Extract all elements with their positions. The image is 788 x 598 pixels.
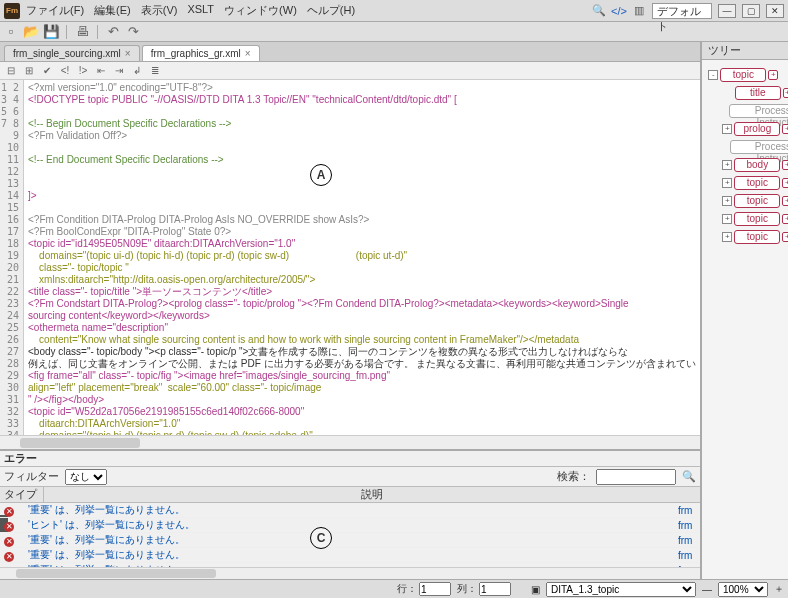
tree-node[interactable]: Processing InstructionFm Condend DITA-Pr…	[704, 138, 788, 156]
save-button[interactable]: 💾	[44, 25, 58, 39]
tree-title: ツリー	[708, 43, 741, 58]
tree-add-icon[interactable]: +	[782, 232, 788, 242]
tree-pi-label: Processing Instruction	[729, 104, 788, 118]
line-gutter: 1 2 3 4 5 6 7 8 9 10 11 12 13 14 15 16 1…	[0, 80, 24, 435]
menu-edit[interactable]: 編集(E)	[94, 3, 131, 18]
tree-node[interactable]: -topic+	[704, 66, 788, 84]
list-icon[interactable]: ≣	[148, 64, 162, 78]
tree-add-icon[interactable]: +	[782, 160, 788, 170]
filter-dropdown[interactable]: なし	[65, 469, 107, 485]
tree-node[interactable]: title+単一ソースコンテンツ	[704, 84, 788, 102]
menu-window[interactable]: ウィンドウ(W)	[224, 3, 297, 18]
tree-add-icon[interactable]: +	[768, 70, 778, 80]
tree-twisty[interactable]: +	[722, 178, 732, 188]
tree-node[interactable]: +body+	[704, 156, 788, 174]
tree-element-label: topic	[734, 212, 780, 226]
zoom-in-icon[interactable]: ＋	[774, 582, 784, 596]
code-editor[interactable]: 1 2 3 4 5 6 7 8 9 10 11 12 13 14 15 16 1…	[0, 80, 700, 435]
validate-icon[interactable]: ✔	[40, 64, 54, 78]
menu-view[interactable]: 表示(V)	[141, 3, 178, 18]
col-type[interactable]: タイプ	[0, 487, 44, 502]
menu-xslt[interactable]: XSLT	[187, 3, 214, 18]
menu-file[interactable]: ファイル(F)	[26, 3, 84, 18]
status-bar: 行： 列： ▣ DITA_1.3_topic — 100% ＋	[0, 579, 788, 598]
search-input[interactable]	[596, 469, 676, 485]
doctype-dropdown[interactable]: DITA_1.3_topic	[546, 582, 696, 597]
menu-help[interactable]: ヘルプ(H)	[307, 3, 355, 18]
tree-twisty[interactable]: +	[722, 160, 732, 170]
tree-header: ツリー ▾≡	[702, 42, 788, 60]
maximize-button[interactable]: ▢	[742, 4, 760, 18]
error-row[interactable]: ✕'ヒント' は、列挙一覧にありません。frm	[0, 518, 700, 533]
tree-element-label: topic	[734, 176, 780, 190]
col-description[interactable]: 説明	[44, 487, 700, 502]
workspace-dropdown[interactable]: デフォルト	[652, 3, 712, 19]
zoom-out-icon[interactable]: —	[702, 584, 712, 595]
error-message: '重要' は、列挙一覧にありません。	[18, 533, 670, 547]
print-button[interactable]: 🖶	[75, 25, 89, 39]
tab-frm-graphics[interactable]: frm_graphics_gr.xml ×	[142, 45, 260, 61]
close-button[interactable]: ✕	[766, 4, 784, 18]
tree-add-icon[interactable]: +	[782, 196, 788, 206]
tree-add-icon[interactable]: +	[783, 88, 788, 98]
tree-twisty[interactable]: +	[722, 214, 732, 224]
open-file-button[interactable]: 📂	[24, 25, 38, 39]
wrap-icon[interactable]: ↲	[130, 64, 144, 78]
close-icon[interactable]: ×	[125, 48, 131, 59]
col-input[interactable]	[479, 582, 511, 596]
tree-node[interactable]: +topic+	[704, 192, 788, 210]
search-icon[interactable]: 🔍	[682, 470, 696, 483]
layout-icon[interactable]: ▥	[632, 4, 646, 18]
tree-node[interactable]: +prolog+	[704, 120, 788, 138]
minimize-button[interactable]: —	[718, 4, 736, 18]
zoom-dropdown[interactable]: 100%	[718, 582, 768, 597]
comment-icon[interactable]: <!	[58, 64, 72, 78]
error-location: frm	[670, 550, 700, 561]
error-row[interactable]: ✕'重要' は、列挙一覧にありません。frm	[0, 548, 700, 563]
outdent-icon[interactable]: ⇤	[94, 64, 108, 78]
collapse-icon[interactable]: ⊟	[4, 64, 18, 78]
tree-twisty[interactable]: +	[722, 124, 732, 134]
main-split: frm_single_sourcing.xml × frm_graphics_g…	[0, 42, 788, 579]
close-icon[interactable]: ×	[245, 48, 251, 59]
error-columns: タイプ 説明	[0, 487, 700, 503]
tab-frm-single-sourcing[interactable]: frm_single_sourcing.xml ×	[4, 45, 140, 61]
tree-add-icon[interactable]: +	[782, 124, 788, 134]
error-horizontal-scrollbar[interactable]	[0, 567, 700, 579]
error-location: frm	[670, 520, 700, 531]
tree-node[interactable]: +topic+	[704, 174, 788, 192]
error-panel: エラー フィルター なし 検索： 🔍 タイプ 説明 C ✕'重要' は、列挙一覧…	[0, 449, 700, 579]
error-row[interactable]: ✕'重要' は、列挙一覧にありません。frm	[0, 503, 700, 518]
tree-twisty[interactable]: +	[722, 232, 732, 242]
error-filters: フィルター なし 検索： 🔍	[0, 467, 700, 487]
search-icon[interactable]: 🔍	[592, 4, 606, 18]
tree-element-label: topic	[734, 194, 780, 208]
tree-twisty[interactable]: -	[708, 70, 718, 80]
cube-icon[interactable]: ▣	[531, 584, 540, 595]
secondary-toolbar: ⊟ ⊞ ✔ <! !> ⇤ ⇥ ↲ ≣	[0, 62, 700, 80]
tree-node[interactable]: +topic+	[704, 228, 788, 246]
uncomment-icon[interactable]: !>	[76, 64, 90, 78]
redo-button[interactable]: ↷	[126, 25, 140, 39]
editor-horizontal-scrollbar[interactable]	[0, 435, 700, 449]
code-icon[interactable]: </>	[612, 4, 626, 18]
row-input[interactable]	[419, 582, 451, 596]
left-column: frm_single_sourcing.xml × frm_graphics_g…	[0, 42, 702, 579]
code-content[interactable]: <?xml version="1.0" encoding="UTF-8"?><!…	[24, 80, 700, 435]
expand-icon[interactable]: ⊞	[22, 64, 36, 78]
tree-add-icon[interactable]: +	[782, 214, 788, 224]
tab-label: frm_graphics_gr.xml	[151, 48, 241, 59]
error-row[interactable]: ✕'重要' は、列挙一覧にありません。frm	[0, 533, 700, 548]
tree-body: B -topic+title+単一ソースコンテンツProcessing Inst…	[702, 60, 788, 579]
row-label: 行：	[397, 582, 417, 596]
error-icon: ✕	[0, 549, 18, 562]
tree-twisty[interactable]: +	[722, 196, 732, 206]
tree-element-label: body	[734, 158, 780, 172]
tree-add-icon[interactable]: +	[782, 178, 788, 188]
undo-button[interactable]: ↶	[106, 25, 120, 39]
tree-element-label: topic	[720, 68, 766, 82]
new-file-button[interactable]: ▫	[4, 25, 18, 39]
tree-node[interactable]: Processing InstructionFm Condstart DITA-…	[704, 102, 788, 120]
tree-node[interactable]: +topic+	[704, 210, 788, 228]
indent-icon[interactable]: ⇥	[112, 64, 126, 78]
